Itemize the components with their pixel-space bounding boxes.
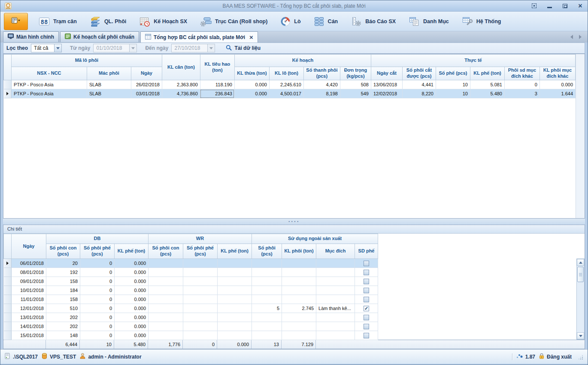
column-header[interactable]: KL phôi mục đích khác xyxy=(540,67,575,80)
cell[interactable] xyxy=(282,277,316,286)
column-header[interactable]: Ngày xyxy=(131,67,162,80)
cell[interactable] xyxy=(282,286,316,295)
cell[interactable] xyxy=(252,268,282,277)
row-indicator[interactable] xyxy=(4,268,12,277)
cell[interactable]: 0 xyxy=(80,277,115,286)
load-data-button[interactable]: Tải dữ liệu xyxy=(221,44,265,53)
cell[interactable]: 09/01/2018 xyxy=(12,277,46,286)
cell[interactable]: 12/01/2018 xyxy=(12,304,46,313)
cell[interactable]: 4,420 xyxy=(303,80,340,89)
band-header[interactable]: Thực tế xyxy=(371,55,575,67)
cell[interactable]: 2,245.610 xyxy=(269,80,303,89)
cell[interactable]: 20 xyxy=(46,259,80,268)
cell[interactable] xyxy=(316,286,355,295)
ribbon-button-truc-can[interactable]: Trục Cán (Roll shop) xyxy=(194,15,274,28)
cell[interactable] xyxy=(218,322,252,331)
row-indicator[interactable] xyxy=(4,331,12,340)
cell[interactable]: 158 xyxy=(46,295,80,304)
ribbon-button-tram-can[interactable]: 88Trạm cân xyxy=(32,15,83,28)
cell[interactable]: 0.000 xyxy=(115,331,149,340)
cell[interactable]: 06/01/2018 xyxy=(12,259,46,268)
row-indicator[interactable] xyxy=(4,295,12,304)
cell[interactable] xyxy=(316,313,355,322)
cell[interactable] xyxy=(149,295,183,304)
ribbon-button-danh-muc[interactable]: Danh Mục xyxy=(402,15,455,28)
cell[interactable] xyxy=(149,331,183,340)
column-header[interactable]: Số phôi con (pcs) xyxy=(149,244,183,259)
band-header[interactable]: WR xyxy=(149,234,252,244)
checkbox[interactable] xyxy=(364,270,369,275)
scroll-down-button[interactable] xyxy=(577,332,584,339)
cell[interactable] xyxy=(183,268,218,277)
cell[interactable] xyxy=(355,331,378,340)
cell[interactable]: 3 xyxy=(504,89,540,98)
cell[interactable]: 5.480 xyxy=(470,89,504,98)
tab-scroll-left-icon[interactable] xyxy=(570,35,573,39)
row-indicator[interactable] xyxy=(4,304,12,313)
cell[interactable]: 202 xyxy=(46,322,80,331)
row-indicator[interactable] xyxy=(4,286,12,295)
fullscreen-button[interactable] xyxy=(531,3,537,9)
chevron-down-icon[interactable] xyxy=(54,44,61,52)
cell[interactable] xyxy=(183,331,218,340)
cell[interactable] xyxy=(149,286,183,295)
ribbon-button-he-thong[interactable]: Hệ Thống xyxy=(455,15,508,28)
cell[interactable]: 510 xyxy=(46,304,80,313)
cell[interactable] xyxy=(218,295,252,304)
cell[interactable] xyxy=(316,295,355,304)
column-header[interactable]: Số phôi (pcs) xyxy=(252,244,282,259)
cell[interactable] xyxy=(252,259,282,268)
cell[interactable]: 14/01/2018 xyxy=(12,322,46,331)
cell[interactable]: 13/06/2018 xyxy=(371,80,402,89)
row-indicator[interactable] xyxy=(4,322,12,331)
cell[interactable]: 0 xyxy=(80,322,115,331)
cell[interactable]: 5.081 xyxy=(470,80,504,89)
cell[interactable]: 0 xyxy=(80,286,115,295)
cell[interactable] xyxy=(183,304,218,313)
cell[interactable]: 0.000 xyxy=(115,322,149,331)
cell[interactable] xyxy=(183,286,218,295)
cell[interactable] xyxy=(149,322,183,331)
ribbon-button-can[interactable]: Cán xyxy=(307,15,345,28)
maximize-button[interactable] xyxy=(562,3,568,9)
cell[interactable]: 0 xyxy=(80,259,115,268)
cell[interactable]: 0.000 xyxy=(540,80,575,89)
cell[interactable]: 4,441 xyxy=(402,80,436,89)
cell[interactable] xyxy=(282,295,316,304)
logout-button[interactable]: Đăng xuất xyxy=(539,353,572,360)
checkbox[interactable] xyxy=(364,333,369,338)
column-header[interactable]: KL phôi (ton) xyxy=(282,244,316,259)
cell[interactable]: 11/01/2018 xyxy=(12,295,46,304)
row-indicator[interactable] xyxy=(4,259,12,268)
cell[interactable]: 26/02/2018 xyxy=(131,80,162,89)
tab-man-hinh-chinh[interactable]: Màn hình chính xyxy=(3,31,59,42)
checkbox[interactable] xyxy=(364,261,369,266)
cell[interactable] xyxy=(355,322,378,331)
tab-ke-hoach-cat-phoi-chuan[interactable]: Kế hoạch cắt phôi chuẩn xyxy=(60,31,139,42)
cell[interactable]: 10 xyxy=(436,80,470,89)
tab-scroll-right-icon[interactable] xyxy=(579,35,582,39)
detail-vertical-scrollbar[interactable] xyxy=(576,259,585,340)
band-header[interactable]: Kế hoạch xyxy=(234,55,371,67)
cell[interactable]: 192 xyxy=(46,268,80,277)
cell[interactable]: 118.190 xyxy=(200,80,234,89)
cell[interactable]: PTKP - Posco Asia xyxy=(12,80,87,89)
cell[interactable] xyxy=(316,331,355,340)
column-header[interactable]: Mác phôi xyxy=(87,67,131,80)
row-indicator[interactable] xyxy=(4,89,12,98)
cell[interactable]: 148 xyxy=(46,331,80,340)
resize-grip[interactable] xyxy=(577,354,583,360)
column-header[interactable]: KL cân (ton) xyxy=(162,55,200,80)
cell[interactable] xyxy=(252,295,282,304)
checkbox[interactable] xyxy=(364,315,369,320)
ribbon-button-ql-phoi[interactable]: QL. Phôi xyxy=(83,15,133,28)
column-header[interactable]: Phôi sd mục đích khác xyxy=(504,67,540,80)
cell[interactable]: 12/02/2018 xyxy=(371,89,402,98)
scroll-up-button[interactable] xyxy=(577,259,584,266)
application-menu-button[interactable] xyxy=(4,13,28,30)
cell[interactable] xyxy=(316,277,355,286)
cell[interactable] xyxy=(218,277,252,286)
cell[interactable]: 03/01/2018 xyxy=(131,89,162,98)
band-header[interactable]: Mã lô phôi xyxy=(12,55,162,67)
cell[interactable] xyxy=(355,286,378,295)
